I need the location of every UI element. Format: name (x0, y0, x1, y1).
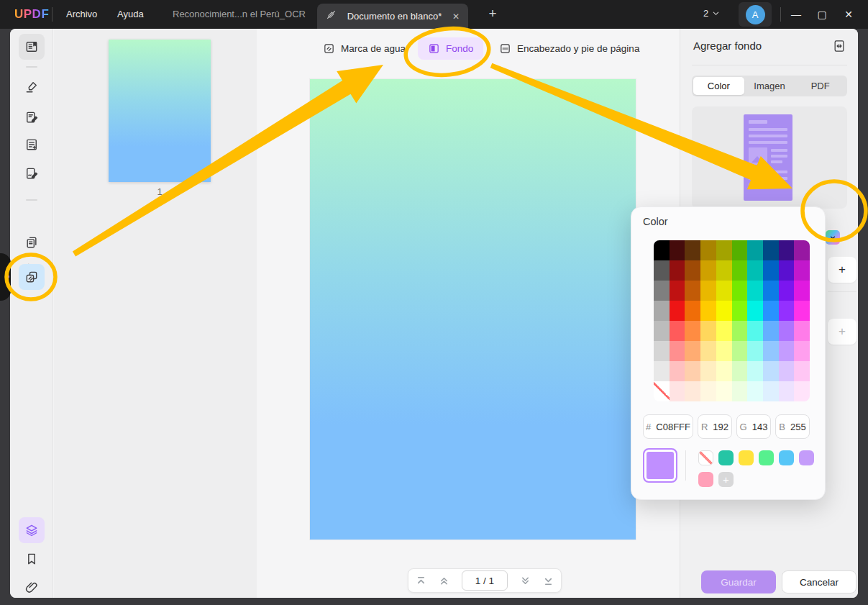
preset-color-swatch[interactable] (739, 450, 754, 465)
open-docs-dropdown[interactable]: 2 (703, 8, 720, 19)
account-button[interactable]: A (739, 2, 772, 27)
palette-color-cell[interactable] (794, 381, 810, 401)
palette-color-cell[interactable] (794, 260, 810, 281)
palette-color-cell[interactable] (670, 281, 685, 301)
add-preset-button[interactable]: + (718, 472, 734, 487)
palette-color-cell[interactable] (794, 281, 810, 301)
palette-color-cell[interactable] (685, 281, 700, 301)
edit-tool-icon[interactable] (19, 104, 45, 130)
palette-color-cell[interactable] (716, 341, 732, 361)
palette-color-cell[interactable] (670, 240, 685, 260)
palette-color-cell[interactable] (779, 301, 795, 321)
palette-color-cell[interactable] (763, 361, 779, 381)
last-page-icon[interactable] (543, 576, 554, 586)
palette-color-cell[interactable] (700, 321, 716, 341)
palette-color-cell[interactable] (700, 281, 716, 301)
page-thumbnail[interactable] (109, 40, 211, 182)
preset-color-swatch[interactable] (759, 450, 774, 465)
preset-color-swatch[interactable] (698, 472, 713, 487)
palette-color-cell[interactable] (700, 361, 716, 381)
palette-color-cell[interactable] (700, 341, 716, 361)
palette-color-cell[interactable] (716, 381, 732, 401)
preset-color-swatch[interactable] (698, 450, 713, 465)
palette-color-cell[interactable] (732, 281, 748, 301)
menu-ayuda[interactable]: Ayuda (117, 9, 144, 19)
palette-color-cell[interactable] (654, 301, 670, 321)
bookmark-panel-icon[interactable] (19, 546, 45, 572)
palette-color-cell[interactable] (794, 240, 810, 260)
palette-color-cell[interactable] (779, 260, 795, 281)
palette-color-cell[interactable] (654, 381, 670, 401)
tab-blank-document[interactable]: Documento en blanco* ✕ (317, 4, 468, 29)
sign-tool-icon[interactable] (19, 160, 45, 186)
palette-color-cell[interactable] (779, 281, 795, 301)
green-input[interactable]: G 143 (736, 414, 771, 439)
palette-color-cell[interactable] (685, 361, 700, 381)
palette-color-cell[interactable] (670, 260, 685, 281)
palette-color-cell[interactable] (794, 361, 810, 381)
palette-color-cell[interactable] (732, 260, 748, 281)
first-page-icon[interactable] (416, 576, 426, 586)
palette-color-cell[interactable] (654, 281, 670, 301)
background-chip[interactable]: Fondo (418, 37, 483, 60)
tab-pdf[interactable]: PDF (795, 77, 846, 95)
palette-color-cell[interactable] (716, 361, 732, 381)
palette-color-cell[interactable] (763, 341, 779, 361)
stepper-plus-button[interactable]: + (828, 257, 856, 283)
form-tool-icon[interactable] (19, 132, 45, 158)
palette-color-cell[interactable] (700, 240, 716, 260)
background-tool-icon[interactable] (19, 264, 45, 290)
palette-color-cell[interactable] (716, 240, 732, 260)
palette-color-cell[interactable] (794, 301, 810, 321)
comment-tool-icon[interactable] (19, 74, 45, 100)
palette-color-cell[interactable] (716, 301, 732, 321)
hex-input[interactable]: # C08FFF (643, 414, 693, 439)
tab-color[interactable]: Color (693, 77, 744, 95)
palette-color-cell[interactable] (670, 381, 685, 401)
minimize-button[interactable]: — (784, 0, 808, 29)
palette-color-cell[interactable] (747, 260, 763, 281)
palette-color-cell[interactable] (779, 321, 795, 341)
palette-color-cell[interactable] (654, 321, 670, 341)
palette-color-cell[interactable] (763, 321, 779, 341)
palette-color-cell[interactable] (763, 301, 779, 321)
cancel-button[interactable]: Cancelar (782, 570, 856, 593)
menu-archivo[interactable]: Archivo (66, 9, 97, 19)
palette-color-cell[interactable] (732, 341, 748, 361)
close-button[interactable]: ✕ (836, 0, 861, 29)
palette-color-cell[interactable] (732, 361, 748, 381)
palette-color-cell[interactable] (716, 281, 732, 301)
maximize-button[interactable]: ▢ (810, 0, 834, 29)
blue-input[interactable]: B 255 (775, 414, 810, 439)
palette-color-cell[interactable] (747, 281, 763, 301)
preset-color-swatch[interactable] (799, 450, 814, 465)
palette-color-cell[interactable] (685, 321, 700, 341)
palette-color-cell[interactable] (763, 381, 779, 401)
palette-color-cell[interactable] (747, 321, 763, 341)
palette-color-cell[interactable] (685, 341, 700, 361)
palette-color-cell[interactable] (747, 381, 763, 401)
palette-color-cell[interactable] (654, 240, 670, 260)
palette-color-cell[interactable] (654, 341, 670, 361)
palette-color-cell[interactable] (700, 381, 716, 401)
palette-color-cell[interactable] (685, 260, 700, 281)
palette-color-cell[interactable] (747, 361, 763, 381)
palette-color-cell[interactable] (779, 341, 795, 361)
page-number-input[interactable]: 1 / 1 (462, 570, 508, 591)
header-footer-chip[interactable]: Encabezado y pie de página (499, 37, 639, 60)
collapsed-panel-handle[interactable] (0, 253, 11, 301)
watermark-chip[interactable]: Marca de agua (323, 37, 406, 60)
palette-color-cell[interactable] (747, 301, 763, 321)
tab-document-ocr[interactable]: Reconocimient...n el Perú_OCR (165, 0, 313, 29)
palette-color-cell[interactable] (685, 381, 700, 401)
tab-imagen[interactable]: Imagen (744, 77, 795, 95)
palette-color-cell[interactable] (779, 381, 795, 401)
palette-color-cell[interactable] (700, 260, 716, 281)
palette-color-cell[interactable] (732, 240, 748, 260)
save-button[interactable]: Guardar (701, 570, 776, 593)
new-tab-button[interactable]: + (483, 4, 502, 23)
preset-color-swatch[interactable] (718, 450, 734, 465)
palette-color-cell[interactable] (732, 301, 748, 321)
color-dropdown-button[interactable] (826, 230, 840, 245)
palette-color-cell[interactable] (685, 301, 700, 321)
